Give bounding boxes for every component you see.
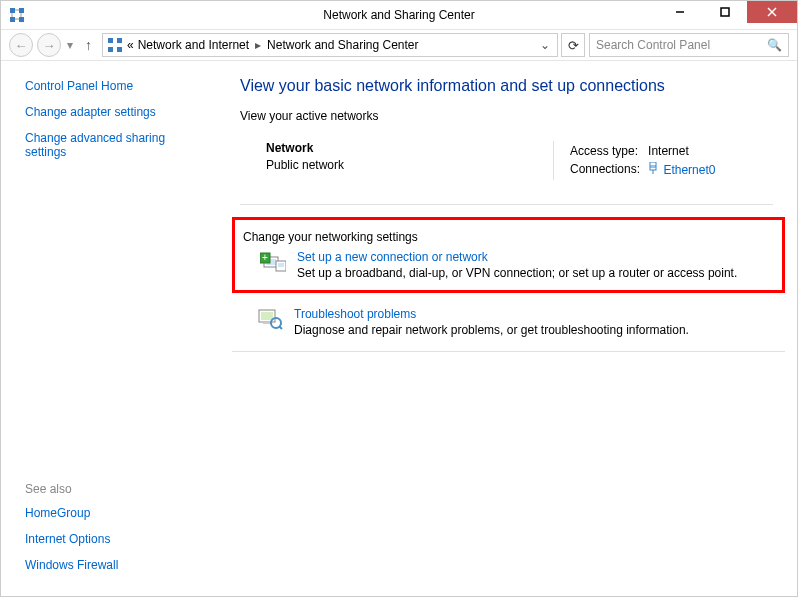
seealso-link-internet-options[interactable]: Internet Options xyxy=(25,532,204,546)
breadcrumb-item-sharing-center[interactable]: Network and Sharing Center xyxy=(267,38,418,52)
back-button[interactable]: ← xyxy=(9,33,33,57)
svg-rect-12 xyxy=(108,38,113,43)
svg-rect-28 xyxy=(261,312,273,320)
connections-label: Connections: xyxy=(570,161,646,178)
up-button[interactable]: ↑ xyxy=(79,37,98,53)
troubleshoot-icon xyxy=(256,307,284,331)
svg-rect-3 xyxy=(19,17,24,22)
svg-rect-14 xyxy=(108,47,113,52)
breadcrumb-prefix: « xyxy=(127,38,134,52)
troubleshoot-desc: Diagnose and repair network problems, or… xyxy=(294,323,689,337)
chevron-right-icon[interactable]: ▸ xyxy=(253,38,263,52)
breadcrumb-dropdown-icon[interactable]: ⌄ xyxy=(537,38,553,52)
troubleshoot-link[interactable]: Troubleshoot problems xyxy=(294,307,689,321)
active-networks-label: View your active networks xyxy=(240,109,773,123)
seealso-link-homegroup[interactable]: HomeGroup xyxy=(25,506,204,520)
network-info: Network Public network Access type: Inte… xyxy=(240,141,773,205)
forward-button[interactable]: → xyxy=(37,33,61,57)
breadcrumb-network-icon xyxy=(107,37,123,53)
main-panel: View your basic network information and … xyxy=(216,61,797,596)
svg-rect-9 xyxy=(721,8,729,16)
svg-line-31 xyxy=(279,326,282,329)
sidebar-link-adapter-settings[interactable]: Change adapter settings xyxy=(25,105,204,119)
refresh-button[interactable]: ⟳ xyxy=(561,33,585,57)
svg-rect-1 xyxy=(19,8,24,13)
svg-rect-29 xyxy=(263,322,271,324)
svg-rect-13 xyxy=(117,38,122,43)
app-icon xyxy=(9,7,25,23)
divider xyxy=(232,351,785,352)
maximize-button[interactable] xyxy=(702,1,747,23)
connection-link[interactable]: Ethernet0 xyxy=(663,163,715,177)
breadcrumb-item-network-internet[interactable]: Network and Internet xyxy=(138,38,249,52)
svg-rect-26 xyxy=(278,263,284,267)
search-input[interactable]: Search Control Panel 🔍 xyxy=(589,33,789,57)
svg-rect-15 xyxy=(117,47,122,52)
network-type: Public network xyxy=(266,158,553,172)
breadcrumb[interactable]: « Network and Internet ▸ Network and Sha… xyxy=(102,33,558,57)
sidebar: Control Panel Home Change adapter settin… xyxy=(1,61,216,596)
address-bar: ← → ▾ ↑ « Network and Internet ▸ Network… xyxy=(1,29,797,61)
search-icon: 🔍 xyxy=(767,38,782,52)
svg-text:+: + xyxy=(262,252,268,263)
svg-rect-2 xyxy=(10,17,15,22)
ethernet-icon xyxy=(648,162,658,177)
access-type-value: Internet xyxy=(648,143,721,159)
setup-connection-link[interactable]: Set up a new connection or network xyxy=(297,250,737,264)
history-dropdown-icon[interactable]: ▾ xyxy=(65,38,75,52)
sidebar-link-advanced-sharing[interactable]: Change advanced sharing settings xyxy=(25,131,204,159)
seealso-heading: See also xyxy=(25,482,204,496)
window-title: Network and Sharing Center xyxy=(323,8,474,22)
minimize-button[interactable] xyxy=(657,1,702,23)
seealso-link-windows-firewall[interactable]: Windows Firewall xyxy=(25,558,204,572)
networking-settings-label: Change your networking settings xyxy=(243,230,774,244)
setup-connection-desc: Set up a broadband, dial-up, or VPN conn… xyxy=(297,266,737,280)
access-type-label: Access type: xyxy=(570,143,646,159)
search-placeholder: Search Control Panel xyxy=(596,38,710,52)
setup-connection-icon: + xyxy=(259,250,287,274)
close-button[interactable] xyxy=(747,1,797,23)
network-name: Network xyxy=(266,141,553,155)
page-heading: View your basic network information and … xyxy=(240,77,773,95)
highlight-annotation: Change your networking settings + Set up… xyxy=(232,217,785,293)
sidebar-link-home[interactable]: Control Panel Home xyxy=(25,79,204,93)
svg-rect-0 xyxy=(10,8,15,13)
titlebar: Network and Sharing Center xyxy=(1,1,797,29)
